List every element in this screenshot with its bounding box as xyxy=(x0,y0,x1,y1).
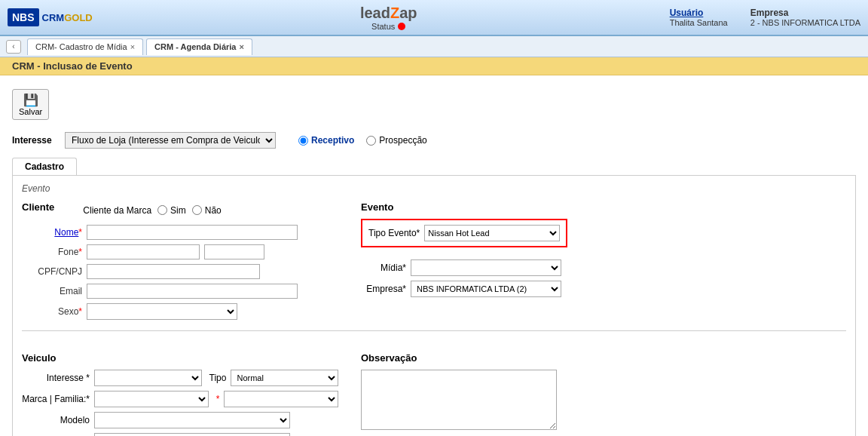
midia-label: Mídia* xyxy=(361,263,406,273)
fone-row: Fone* xyxy=(22,244,338,259)
marca-select[interactable] xyxy=(94,391,209,407)
radio-sim-label: Sim xyxy=(170,205,186,216)
marca-familia-label: Marca | Familia:* xyxy=(22,394,90,404)
cor-row: Cor xyxy=(22,433,338,436)
veiculo-interesse-select[interactable] xyxy=(94,370,202,386)
veiculo-interesse-label: Interesse * xyxy=(22,373,90,383)
tab-bar: ‹ CRM- Cadastro de Mídia × CRM - Agenda … xyxy=(0,36,868,57)
cpf-input[interactable] xyxy=(87,264,260,279)
modelo-row: Modelo xyxy=(22,412,338,428)
interesse-label: Interesse xyxy=(12,135,57,146)
cor-select[interactable] xyxy=(94,433,290,436)
radio-prospeccao-input[interactable] xyxy=(366,136,376,146)
nome-link[interactable]: Nome xyxy=(54,227,78,238)
main-content: 💾 Salvar Interesse Fluxo de Loja (Intere… xyxy=(0,75,868,436)
nome-label: Nome* xyxy=(22,227,82,238)
save-icon: 💾 xyxy=(23,93,38,107)
tipo-evento-box: Tipo Evento* Nissan Hot Lead xyxy=(361,219,567,247)
familia-select[interactable] xyxy=(224,391,338,407)
interesse-row: Interesse Fluxo de Loja (Interesse em Co… xyxy=(12,132,856,149)
save-button[interactable]: 💾 Salvar xyxy=(12,89,49,120)
tipo-evento-container: Tipo Evento* Nissan Hot Lead xyxy=(361,219,572,253)
save-label: Salvar xyxy=(19,107,42,116)
tab-cadastro-midia-label: CRM- Cadastro de Mídia xyxy=(35,42,127,51)
nome-input[interactable] xyxy=(87,225,298,240)
sexo-label: Sexo* xyxy=(22,306,82,317)
observacao-section: Observação xyxy=(361,352,557,436)
nav-back-button[interactable]: ‹ xyxy=(6,40,21,54)
logo-area: NBS CRMGOLD xyxy=(8,8,93,26)
usuario-name: Thalita Santana xyxy=(670,18,728,27)
email-input[interactable] xyxy=(87,284,298,299)
leadzap-logo: leadZap xyxy=(360,5,417,22)
tab-agenda-diaria-label: CRM - Agenda Diária xyxy=(154,42,236,51)
empresa-info: Empresa 2 - NBS INFORMATICA LTDA xyxy=(750,8,860,27)
evento-section-header: Evento xyxy=(22,183,846,194)
interesse-select[interactable]: Fluxo de Loja (Interesse em Compra de Ve… xyxy=(65,132,276,149)
tab-cadastro-midia[interactable]: CRM- Cadastro de Mídia × xyxy=(27,38,143,55)
evento-section: Evento Cliente Cliente da Marca Sim Não xyxy=(12,176,856,436)
radio-prospeccao[interactable]: Prospecção xyxy=(366,135,426,146)
evento-title: Evento xyxy=(361,201,572,213)
email-row: Email xyxy=(22,284,338,299)
observacao-title: Observação xyxy=(361,352,557,364)
midia-select[interactable] xyxy=(411,259,561,276)
tipo-evento-label: Tipo Evento* xyxy=(368,228,420,238)
page-title: CRM - Inclusao de Evento xyxy=(0,57,868,75)
empresa-form-label: Empresa* xyxy=(361,284,406,294)
radio-sim[interactable]: Sim xyxy=(157,205,186,216)
observacao-textarea[interactable] xyxy=(361,370,557,430)
user-info: Usuário Thalita Santana xyxy=(670,8,728,27)
usuario-label: Usuário xyxy=(670,8,704,18)
radio-group: Receptivo Prospecção xyxy=(298,135,427,146)
fone-input1[interactable] xyxy=(87,244,200,259)
radio-prospeccao-label: Prospecção xyxy=(379,135,426,146)
nbs-logo: NBS xyxy=(8,8,39,26)
modelo-select[interactable] xyxy=(94,412,290,428)
cpf-row: CPF/CNPJ xyxy=(22,264,338,279)
fone-label: Fone* xyxy=(22,247,82,257)
veiculo-title: Veiculo xyxy=(22,352,338,364)
veiculo-section: Veiculo Interesse * Tipo Normal Mar xyxy=(22,352,338,436)
radio-receptivo-label: Receptivo xyxy=(311,135,354,146)
email-label: Email xyxy=(22,286,82,296)
section-tabs: Cadastro xyxy=(12,158,856,176)
radio-receptivo-input[interactable] xyxy=(298,136,308,146)
radio-nao-input[interactable] xyxy=(192,205,202,215)
form-columns: Cliente Cliente da Marca Sim Não Nome* xyxy=(22,201,846,324)
bottom-columns: Veiculo Interesse * Tipo Normal Mar xyxy=(22,337,846,436)
modelo-label: Modelo xyxy=(22,415,90,425)
empresa-row: Empresa* NBS INFORMATICA LTDA (2) xyxy=(361,281,572,297)
empresa-label: Empresa xyxy=(750,8,789,18)
tipo-evento-select[interactable]: Nissan Hot Lead xyxy=(424,225,560,241)
status-label: Status xyxy=(371,22,395,31)
radio-nao-label: Não xyxy=(205,205,222,216)
status-dot xyxy=(398,23,405,30)
tipo-select[interactable]: Normal xyxy=(231,370,338,386)
tipo-label: Tipo xyxy=(209,373,227,383)
nome-row: Nome* xyxy=(22,225,338,240)
tab-agenda-diaria[interactable]: CRM - Agenda Diária × xyxy=(146,38,252,55)
section-tab-cadastro[interactable]: Cadastro xyxy=(12,158,77,175)
cpf-label: CPF/CNPJ xyxy=(22,266,82,277)
cliente-title: Cliente xyxy=(22,201,54,213)
midia-row: Mídia* xyxy=(361,259,572,276)
cliente-form: Cliente Cliente da Marca Sim Não Nome* xyxy=(22,201,338,324)
fone-input2[interactable] xyxy=(204,244,264,259)
tab-cadastro-midia-close[interactable]: × xyxy=(130,42,135,51)
radio-receptivo[interactable]: Receptivo xyxy=(298,135,354,146)
header: NBS CRMGOLD leadZap Status Usuário Thali… xyxy=(0,0,868,36)
evento-form: Evento Tipo Evento* Nissan Hot Lead Mídi… xyxy=(361,201,572,324)
sexo-row: Sexo* xyxy=(22,303,338,320)
sexo-select[interactable] xyxy=(87,303,237,320)
radio-nao[interactable]: Não xyxy=(192,205,222,216)
empresa-select[interactable]: NBS INFORMATICA LTDA (2) xyxy=(411,281,561,297)
tab-agenda-diaria-close[interactable]: × xyxy=(239,42,243,51)
crm-gold-logo: CRMGOLD xyxy=(42,12,93,23)
marca-familia-row: Marca | Familia:* * xyxy=(22,391,338,407)
cliente-da-marca-label: Cliente da Marca xyxy=(83,205,151,216)
radio-sim-input[interactable] xyxy=(157,205,167,215)
veiculo-interesse-row: Interesse * Tipo Normal xyxy=(22,370,338,386)
empresa-name: 2 - NBS INFORMATICA LTDA xyxy=(750,18,860,27)
toolbar: 💾 Salvar xyxy=(12,83,856,126)
